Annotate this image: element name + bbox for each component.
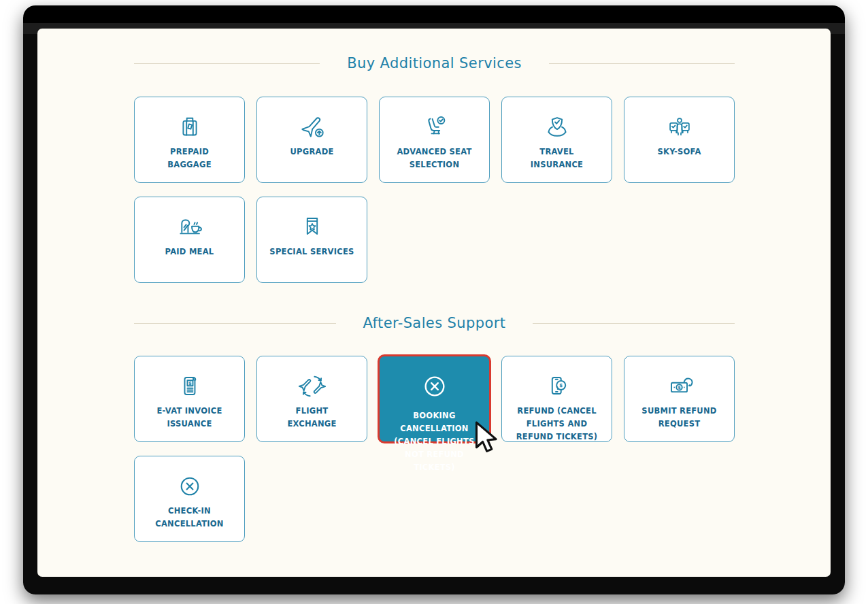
invoice-dollar-icon: $ [135, 369, 244, 403]
services-panel: Buy Additional Services PREPAID BAGGAGE [37, 29, 831, 577]
shield-hands-icon [502, 110, 612, 144]
after-sales-grid: $ E-VAT INVOICE ISSUANCE [134, 356, 735, 542]
service-card-upgrade[interactable]: UPGRADE [256, 97, 367, 183]
banknote-refund-icon: $ [624, 369, 734, 403]
service-card-label: FLIGHT EXCHANGE [261, 405, 363, 431]
service-card-label: BOOKING CANCELLATION (CANCEL FLIGHTS NOT… [384, 409, 486, 474]
buy-services-grid: PREPAID BAGGAGE UPGRADE [134, 97, 735, 283]
service-card-travel-insurance[interactable]: TRAVEL INSURANCE [501, 97, 612, 183]
divider-line [533, 323, 735, 324]
svg-text:$: $ [188, 380, 191, 386]
service-card-flight-exchange[interactable]: FLIGHT EXCHANGE [256, 356, 367, 442]
divider-line [134, 323, 336, 324]
suitcase-icon [135, 110, 244, 144]
service-card-submit-refund-request[interactable]: $ SUBMIT REFUND REQUEST [624, 356, 735, 442]
phone-refund-icon: $ [502, 369, 612, 403]
service-card-refund[interactable]: $ REFUND (CANCEL FLIGHTS AND REFUND TICK… [501, 356, 612, 442]
meal-icon [135, 210, 244, 244]
sofa-seats-icon [624, 110, 734, 144]
section-title: After-Sales Support [363, 315, 506, 331]
service-card-evat-invoice-issuance[interactable]: $ E-VAT INVOICE ISSUANCE [134, 356, 245, 442]
planes-exchange-icon [257, 369, 367, 403]
service-card-label: SPECIAL SERVICES [261, 246, 363, 258]
service-card-special-services[interactable]: SPECIAL SERVICES [256, 197, 367, 283]
service-card-label: PAID MEAL [139, 246, 241, 258]
section-title: Buy Additional Services [347, 55, 522, 71]
service-card-label: REFUND (CANCEL FLIGHTS AND REFUND TICKET… [506, 405, 608, 443]
ribbon-star-icon [257, 210, 367, 244]
divider-line [549, 63, 735, 64]
service-card-label: UPGRADE [261, 146, 363, 158]
service-card-label: SKY-SOFA [629, 146, 731, 158]
divider-line [134, 63, 320, 64]
service-card-label: E-VAT INVOICE ISSUANCE [139, 405, 241, 431]
service-card-prepaid-baggage[interactable]: PREPAID BAGGAGE [134, 97, 245, 183]
app-window: Buy Additional Services PREPAID BAGGAGE [23, 5, 845, 594]
cancel-circle-icon [135, 469, 244, 503]
plane-upgrade-icon [257, 110, 367, 144]
service-card-advanced-seat-selection[interactable]: ADVANCED SEAT SELECTION [379, 97, 490, 183]
svg-text:$: $ [678, 385, 681, 390]
section-header-buy-additional-services: Buy Additional Services [134, 53, 735, 73]
service-card-label: CHECK-IN CANCELLATION [139, 505, 241, 531]
svg-text:$: $ [559, 382, 563, 388]
cancel-circle-icon [380, 369, 489, 403]
service-card-label: SUBMIT REFUND REQUEST [629, 405, 731, 431]
section-header-after-sales-support: After-Sales Support [134, 313, 735, 333]
service-card-label: ADVANCED SEAT SELECTION [384, 146, 486, 171]
service-card-label: TRAVEL INSURANCE [506, 146, 608, 171]
service-card-checkin-cancellation[interactable]: CHECK-IN CANCELLATION [134, 456, 245, 542]
service-card-sky-sofa[interactable]: SKY-SOFA [624, 97, 735, 183]
service-card-booking-cancellation[interactable]: BOOKING CANCELLATION (CANCEL FLIGHTS NOT… [378, 354, 491, 443]
service-card-label: PREPAID BAGGAGE [139, 146, 241, 171]
service-card-paid-meal[interactable]: PAID MEAL [134, 197, 245, 283]
seat-check-icon [380, 110, 489, 144]
